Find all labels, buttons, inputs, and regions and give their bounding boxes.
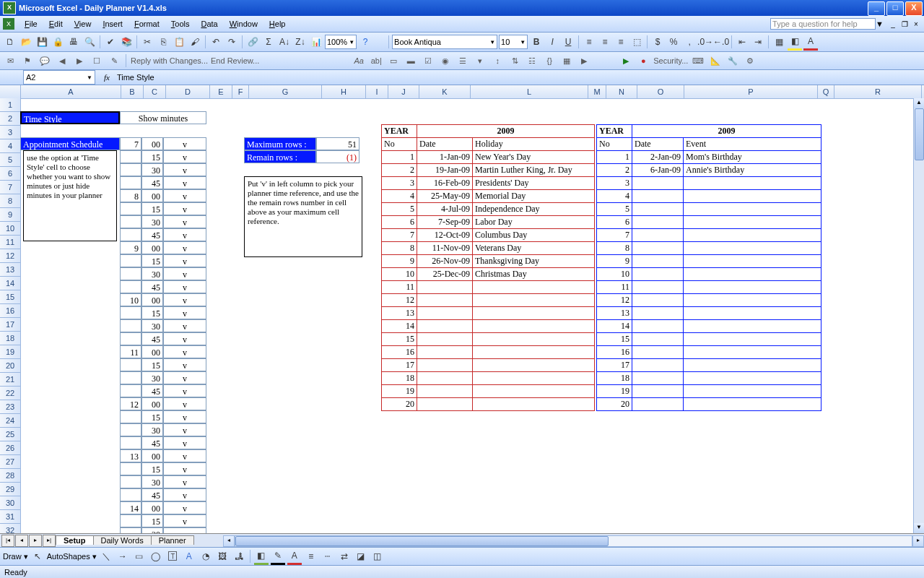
- row-header-19[interactable]: 19: [0, 345, 20, 359]
- sched-mark[interactable]: v: [163, 176, 206, 189]
- fx-icon[interactable]: fx: [104, 73, 110, 82]
- maximize-button[interactable]: □: [886, 1, 904, 16]
- sched-mark[interactable]: v: [163, 475, 206, 488]
- menu-file[interactable]: File: [19, 18, 43, 30]
- form-run-icon[interactable]: ▶: [577, 54, 591, 67]
- sched-mark[interactable]: v: [163, 436, 206, 449]
- row-header-24[interactable]: 24: [0, 414, 20, 428]
- scroll-up-button[interactable]: ▲: [914, 98, 924, 108]
- help-icon[interactable]: ?: [358, 35, 372, 49]
- sched-hour[interactable]: [120, 475, 141, 488]
- next-comment-icon[interactable]: ▶: [72, 54, 87, 67]
- design-icon[interactable]: 📐: [708, 54, 723, 67]
- mail-icon[interactable]: ✉: [3, 54, 17, 67]
- merge-icon[interactable]: ⬚: [629, 35, 644, 49]
- picture-icon[interactable]: 🏞: [232, 549, 246, 564]
- autoshapes-menu[interactable]: AutoShapes ▾: [47, 552, 97, 561]
- sched-mark[interactable]: v: [163, 384, 206, 397]
- max-rows-value[interactable]: 51: [316, 137, 359, 150]
- bold-icon[interactable]: B: [529, 35, 544, 49]
- row-header-27[interactable]: 27: [0, 455, 20, 469]
- dec-decimal-icon[interactable]: ←.0: [714, 35, 728, 49]
- sched-hour[interactable]: [120, 228, 141, 241]
- sched-mark[interactable]: v: [163, 371, 206, 384]
- sched-mark[interactable]: v: [163, 215, 206, 228]
- permission-icon[interactable]: 🔒: [51, 35, 65, 49]
- font-color-icon[interactable]: A: [803, 34, 818, 51]
- sched-min[interactable]: 15: [141, 358, 163, 371]
- percent-icon[interactable]: %: [666, 35, 681, 49]
- cell-A2[interactable]: Time Style: [20, 111, 120, 124]
- row-header-7[interactable]: 7: [0, 181, 20, 194]
- vertical-scrollbar[interactable]: ▲ ▼: [913, 98, 924, 533]
- dec-indent-icon[interactable]: ⇤: [735, 35, 749, 49]
- col-header-K[interactable]: K: [419, 85, 471, 98]
- controls-icon[interactable]: 🔧: [725, 54, 740, 67]
- sheet-tab-daily words[interactable]: Daily Words: [93, 535, 152, 545]
- menu-window[interactable]: Window: [224, 18, 263, 30]
- chart-icon[interactable]: 📊: [309, 35, 323, 49]
- zoom-combo[interactable]: 100%▼: [325, 35, 357, 49]
- script-icon[interactable]: ⚙: [743, 54, 757, 67]
- sched-min[interactable]: 15: [141, 462, 163, 475]
- shadow-icon[interactable]: ◪: [354, 549, 368, 564]
- col-header-P[interactable]: P: [684, 85, 818, 98]
- row-header-12[interactable]: 12: [0, 249, 20, 263]
- rect-icon[interactable]: ▭: [132, 549, 147, 564]
- sched-mark[interactable]: v: [163, 358, 206, 371]
- ink-icon[interactable]: ✎: [107, 54, 121, 67]
- sched-min[interactable]: 30: [141, 267, 163, 280]
- sched-hour[interactable]: [120, 215, 141, 228]
- sched-hour[interactable]: [120, 488, 141, 501]
- sched-min[interactable]: 45: [141, 384, 163, 397]
- sched-mark[interactable]: v: [163, 423, 206, 436]
- draw-menu[interactable]: Draw ▾: [3, 552, 28, 561]
- sched-min[interactable]: 00: [141, 345, 163, 358]
- sched-hour[interactable]: [120, 358, 141, 371]
- col-header-F[interactable]: F: [232, 85, 249, 98]
- menu-tools[interactable]: Tools: [165, 18, 196, 30]
- row-header-11[interactable]: 11: [0, 236, 20, 249]
- col-header-I[interactable]: I: [366, 85, 388, 98]
- italic-icon[interactable]: I: [545, 35, 559, 49]
- sched-hour[interactable]: 10: [120, 293, 141, 306]
- textbox-icon[interactable]: ab|: [369, 54, 383, 67]
- sched-mark[interactable]: v: [163, 228, 206, 241]
- sched-hour[interactable]: 14: [120, 501, 141, 514]
- formula-input[interactable]: Time Style: [114, 73, 924, 82]
- sched-hour[interactable]: 12: [120, 397, 141, 410]
- sched-min[interactable]: 00: [141, 449, 163, 462]
- row-header-10[interactable]: 10: [0, 222, 20, 236]
- security-button[interactable]: Security...: [653, 56, 688, 65]
- row-header-8[interactable]: 8: [0, 194, 20, 208]
- sched-hour[interactable]: [120, 436, 141, 449]
- sched-mark[interactable]: v: [163, 345, 206, 358]
- row-header-13[interactable]: 13: [0, 263, 20, 277]
- sched-min[interactable]: 00: [141, 501, 163, 514]
- holidays-table[interactable]: YEAR2009NoDateHoliday11-Jan-09New Year's…: [381, 124, 595, 411]
- oval-icon[interactable]: ◯: [149, 549, 163, 564]
- row-header-31[interactable]: 31: [0, 510, 20, 524]
- row-header-26[interactable]: 26: [0, 441, 20, 455]
- sched-mark[interactable]: v: [163, 241, 206, 254]
- sched-hour[interactable]: [120, 371, 141, 384]
- form-prop-icon[interactable]: ☷: [525, 54, 539, 67]
- sched-mark[interactable]: v: [163, 254, 206, 267]
- hscroll-left-button[interactable]: ◂: [223, 535, 235, 547]
- inc-decimal-icon[interactable]: .0→: [698, 35, 712, 49]
- clipart-icon[interactable]: 🖼: [215, 549, 230, 564]
- appointment-header[interactable]: Appointment Schedule: [20, 137, 120, 150]
- sched-mark[interactable]: v: [163, 332, 206, 345]
- sched-mark[interactable]: v: [163, 137, 206, 150]
- row-header-20[interactable]: 20: [0, 359, 20, 373]
- sched-min[interactable]: 30: [141, 371, 163, 384]
- sched-mark[interactable]: v: [163, 293, 206, 306]
- col-header-R[interactable]: R: [834, 85, 922, 98]
- underline-icon[interactable]: U: [561, 35, 575, 49]
- sched-mark[interactable]: v: [163, 150, 206, 163]
- fill-color-icon[interactable]: ◧: [788, 34, 802, 51]
- remain-rows-label[interactable]: Remain rows :: [244, 150, 316, 163]
- sched-min[interactable]: 15: [141, 254, 163, 267]
- doc-icon[interactable]: X: [3, 18, 14, 30]
- research-icon[interactable]: 📚: [119, 35, 134, 49]
